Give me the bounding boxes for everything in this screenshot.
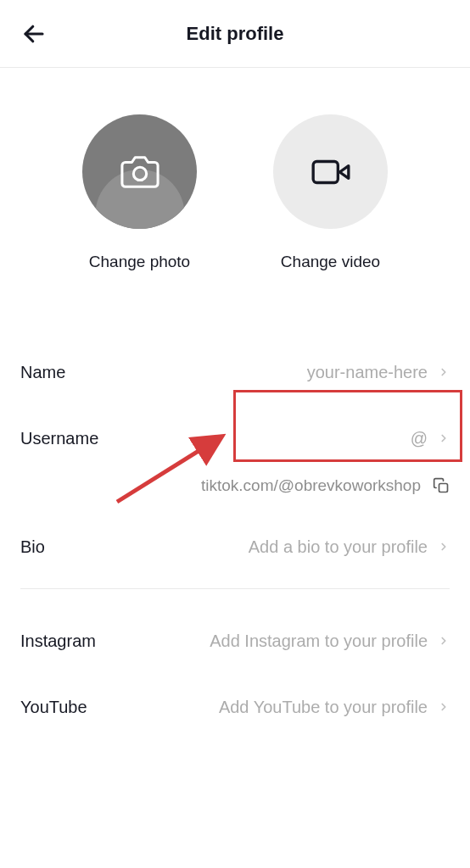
username-label: Username xyxy=(20,429,98,448)
youtube-row[interactable]: YouTube Add YouTube to your profile xyxy=(0,674,470,740)
chevron-right-icon xyxy=(438,541,450,553)
chevron-right-icon xyxy=(438,635,450,647)
instagram-label: Instagram xyxy=(20,632,96,651)
camera-icon xyxy=(120,153,159,192)
instagram-row[interactable]: Instagram Add Instagram to your profile xyxy=(0,608,470,674)
svg-rect-2 xyxy=(313,161,338,182)
page-title: Edit profile xyxy=(17,23,453,45)
settings-list: Name your-name-here Username @ tiktok.co… xyxy=(0,305,470,740)
name-label: Name xyxy=(20,363,65,382)
instagram-value-wrap: Add Instagram to your profile xyxy=(210,632,450,651)
divider xyxy=(20,588,450,589)
chevron-right-icon xyxy=(438,432,450,444)
youtube-value-wrap: Add YouTube to your profile xyxy=(219,698,450,717)
youtube-placeholder: Add YouTube to your profile xyxy=(219,698,428,717)
name-value: your-name-here xyxy=(307,363,428,382)
name-value-wrap: your-name-here xyxy=(307,363,450,382)
svg-rect-4 xyxy=(439,484,448,492)
photo-avatar-circle xyxy=(82,114,197,229)
video-circle xyxy=(273,114,388,229)
video-icon xyxy=(310,151,352,193)
chevron-right-icon xyxy=(438,701,450,713)
profile-url-text: tiktok.com/@obrevkoworkshop xyxy=(201,476,421,495)
username-value-wrap: @ xyxy=(98,429,450,448)
copy-icon xyxy=(433,477,450,494)
svg-marker-3 xyxy=(339,165,348,178)
username-value: @ xyxy=(411,429,428,448)
svg-point-1 xyxy=(133,167,146,180)
youtube-label: YouTube xyxy=(20,698,87,717)
change-photo-button[interactable]: Change photo xyxy=(82,114,197,271)
arrow-left-icon xyxy=(21,21,47,47)
change-video-button[interactable]: Change video xyxy=(273,114,388,271)
header: Edit profile xyxy=(0,0,470,68)
bio-value-wrap: Add a bio to your profile xyxy=(249,537,450,557)
change-video-label: Change video xyxy=(281,253,380,271)
media-section: Change photo Change video xyxy=(0,68,470,305)
profile-url-row: tiktok.com/@obrevkoworkshop xyxy=(0,471,470,514)
name-row[interactable]: Name your-name-here xyxy=(0,339,470,405)
bio-placeholder: Add a bio to your profile xyxy=(249,537,428,557)
copy-button[interactable] xyxy=(433,477,450,494)
back-button[interactable] xyxy=(17,17,51,51)
bio-label: Bio xyxy=(20,537,45,557)
chevron-right-icon xyxy=(438,366,450,378)
bio-row[interactable]: Bio Add a bio to your profile xyxy=(0,514,470,580)
username-row[interactable]: Username @ xyxy=(0,405,470,471)
instagram-placeholder: Add Instagram to your profile xyxy=(210,632,428,651)
change-photo-label: Change photo xyxy=(89,253,190,271)
